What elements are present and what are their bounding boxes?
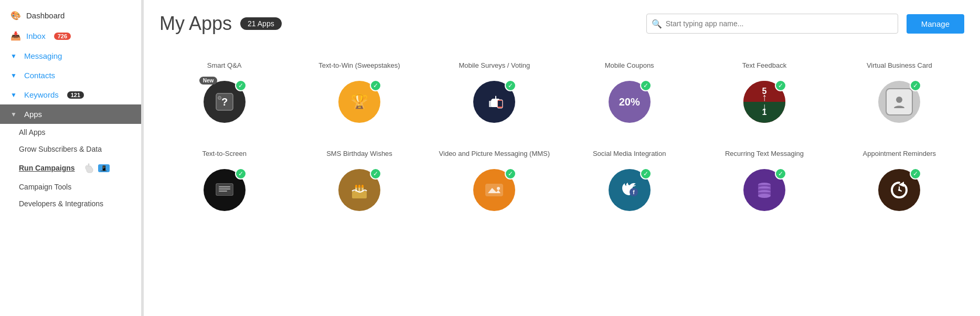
svg-rect-11 bbox=[219, 188, 230, 189]
app-title: Appointment Reminders bbox=[863, 144, 936, 163]
checkmark-badge: ✓ bbox=[370, 80, 381, 91]
checkmark-badge: ✓ bbox=[235, 168, 247, 180]
app-title: Virtual Business Card bbox=[867, 56, 932, 75]
app-icon-wrapper: ✓ bbox=[878, 81, 920, 123]
sidebar-item-inbox[interactable]: 📥 Inbox 726 bbox=[0, 26, 141, 46]
sidebar-item-apps[interactable]: ▼ Apps bbox=[0, 104, 141, 124]
app-card-video-picture[interactable]: Video and Picture Messaging (MMS) ✓ bbox=[430, 139, 559, 216]
svg-text:⚙: ⚙ bbox=[217, 95, 221, 101]
svg-rect-6 bbox=[498, 101, 502, 107]
svg-rect-12 bbox=[219, 191, 227, 192]
svg-text:?: ? bbox=[221, 96, 228, 108]
page-title: My Apps bbox=[159, 13, 232, 35]
app-card-mobile-coupons[interactable]: Mobile Coupons 20% ✓ bbox=[564, 50, 694, 128]
svg-rect-10 bbox=[219, 186, 230, 187]
app-title: Video and Picture Messaging (MMS) bbox=[439, 144, 550, 163]
search-box: 🔍 bbox=[646, 14, 898, 34]
sidebar-sub-item-run-campaigns[interactable]: Run Campaigns 📱 bbox=[0, 157, 141, 178]
sidebar-item-label: Contacts bbox=[24, 71, 55, 80]
app-icon-wrapper: 🏆 ✓ bbox=[338, 81, 380, 123]
svg-rect-4 bbox=[489, 101, 492, 107]
app-icon-wrapper: ? ⚙ New ✓ bbox=[204, 81, 246, 123]
svg-point-17 bbox=[355, 185, 357, 188]
apps-count-badge: 21 Apps bbox=[240, 17, 282, 30]
app-title: Smart Q&A bbox=[207, 56, 242, 75]
sub-item-label: All Apps bbox=[19, 128, 46, 136]
app-title: Text-to-Screen bbox=[202, 144, 247, 163]
cursor-hand-icon: 📱 bbox=[82, 162, 110, 174]
sidebar-item-label: Apps bbox=[24, 110, 42, 119]
chevron-icon: ▼ bbox=[10, 91, 17, 99]
app-icon-wrapper: ✓ bbox=[204, 169, 246, 211]
app-title: Text Feedback bbox=[742, 56, 787, 75]
app-icon-wrapper: ✓ bbox=[878, 169, 920, 211]
sidebar-item-messaging[interactable]: ▼ Messaging bbox=[0, 46, 141, 66]
sidebar-item-dashboard[interactable]: 🎨 Dashboard bbox=[0, 5, 141, 26]
svg-point-18 bbox=[358, 185, 360, 188]
app-card-virtual-business-card[interactable]: Virtual Business Card ✓ bbox=[835, 50, 964, 128]
apps-grid: Smart Q&A ? ⚙ New ✓ Text-to-Win (Sweepst… bbox=[159, 50, 964, 216]
checkmark-badge: ✓ bbox=[505, 168, 516, 180]
app-icon-wrapper: 20% ✓ bbox=[609, 81, 651, 123]
svg-point-31 bbox=[758, 194, 771, 198]
app-card-text-to-screen[interactable]: Text-to-Screen ✓ bbox=[159, 139, 289, 216]
checkmark-badge: ✓ bbox=[640, 80, 652, 91]
sidebar-item-label: Dashboard bbox=[26, 11, 65, 20]
sidebar-item-keywords[interactable]: ▼ Keywords 121 bbox=[0, 85, 141, 104]
manage-button[interactable]: Manage bbox=[907, 14, 964, 34]
app-card-sms-birthday[interactable]: SMS Birthday Wishes bbox=[294, 139, 424, 216]
app-card-mobile-surveys[interactable]: Mobile Surveys / Voting ✓ bbox=[430, 50, 559, 128]
checkmark-badge: ✓ bbox=[910, 168, 921, 180]
chevron-icon: ▼ bbox=[10, 72, 17, 79]
sidebar-item-contacts[interactable]: ▼ Contacts bbox=[0, 66, 141, 85]
sidebar-sub-item-campaign-tools[interactable]: Campaign Tools bbox=[0, 178, 141, 195]
app-icon-wrapper: f ✓ bbox=[609, 169, 651, 211]
app-card-social-media[interactable]: Social Media Integration f ✓ bbox=[564, 139, 694, 216]
sidebar-sub-item-grow-subscribers[interactable]: Grow Subscribers & Data bbox=[0, 141, 141, 157]
sub-item-label: Developers & Integrations bbox=[19, 199, 103, 208]
svg-point-19 bbox=[361, 185, 364, 188]
sub-item-label: Grow Subscribers & Data bbox=[19, 145, 102, 153]
svg-point-7 bbox=[896, 97, 902, 103]
main-content: My Apps 21 Apps 🔍 Manage Smart Q&A ? ⚙ N… bbox=[144, 0, 980, 316]
app-card-text-feedback[interactable]: Text Feedback 5 ↑↓ 1 ✓ bbox=[699, 50, 829, 128]
page-header: My Apps 21 Apps 🔍 Manage bbox=[159, 13, 964, 35]
sub-item-label: Run Campaigns bbox=[19, 164, 75, 172]
app-title: Recurring Text Messaging bbox=[725, 144, 804, 163]
app-card-recurring-text[interactable]: Recurring Text Messaging ✓ bbox=[699, 139, 829, 216]
checkmark-badge: ✓ bbox=[505, 80, 516, 91]
inbox-icon: 📥 bbox=[10, 31, 21, 41]
sidebar-sub-item-all-apps[interactable]: All Apps bbox=[0, 124, 141, 141]
checkmark-badge: ✓ bbox=[235, 80, 247, 91]
search-input[interactable] bbox=[646, 14, 898, 34]
app-title: Social Media Integration bbox=[593, 144, 666, 163]
sidebar-item-label: Inbox bbox=[26, 31, 46, 40]
app-icon-wrapper: ✓ bbox=[338, 169, 380, 211]
app-title: SMS Birthday Wishes bbox=[326, 144, 392, 163]
search-icon: 🔍 bbox=[652, 19, 662, 29]
app-title: Mobile Surveys / Voting bbox=[459, 56, 530, 75]
vbc-inner bbox=[886, 88, 913, 115]
app-title: Text-to-Win (Sweepstakes) bbox=[318, 56, 400, 75]
sidebar-item-label: Messaging bbox=[24, 51, 62, 60]
split-arrows: ↑↓ bbox=[762, 92, 767, 111]
chevron-icon: ▼ bbox=[10, 52, 17, 60]
phone-icon: 📱 bbox=[98, 164, 110, 172]
sidebar: 🎨 Dashboard 📥 Inbox 726 ▼ Messaging ▼ Co… bbox=[0, 0, 142, 316]
checkmark-badge: ✓ bbox=[775, 168, 786, 180]
app-icon-wrapper: 5 ↑↓ 1 ✓ bbox=[743, 81, 785, 123]
app-icon-wrapper: ✓ bbox=[473, 81, 515, 123]
sub-item-label: Campaign Tools bbox=[19, 183, 71, 191]
keywords-badge: 121 bbox=[67, 91, 84, 99]
svg-point-22 bbox=[497, 187, 500, 190]
app-icon-wrapper: ✓ bbox=[473, 169, 515, 211]
sidebar-sub-item-developers[interactable]: Developers & Integrations bbox=[0, 195, 141, 212]
palette-icon: 🎨 bbox=[10, 10, 21, 20]
app-card-text-to-win[interactable]: Text-to-Win (Sweepstakes) 🏆 ✓ bbox=[294, 50, 424, 128]
checkmark-badge: ✓ bbox=[640, 168, 652, 180]
inbox-badge: 726 bbox=[54, 33, 71, 40]
app-title: Mobile Coupons bbox=[605, 56, 654, 75]
app-card-appointment[interactable]: Appointment Reminders ✓ bbox=[835, 139, 964, 216]
chevron-icon: ▼ bbox=[10, 111, 17, 118]
app-card-smart-qa[interactable]: Smart Q&A ? ⚙ New ✓ bbox=[159, 50, 289, 128]
